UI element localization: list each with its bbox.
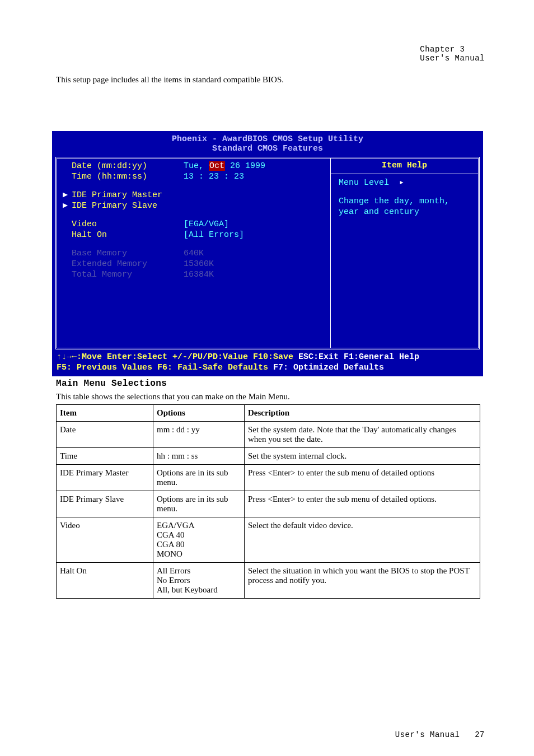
chapter-label: Chapter 3 xyxy=(420,45,485,54)
page-header: Chapter 3 User's Manual xyxy=(420,45,485,63)
date-label: Date (mm:dd:yy) xyxy=(72,161,184,171)
table-intro: This table shows the selections that you… xyxy=(56,392,290,402)
time-value[interactable]: 13 : 23 : 23 xyxy=(184,171,330,182)
bios-settings-panel: Date (mm:dd:yy) Tue, Oct 26 1999 Time (h… xyxy=(57,158,330,348)
base-memory-value: 640K xyxy=(184,248,330,259)
manual-label: User's Manual xyxy=(420,54,485,63)
submenu-arrow-icon: ▶ xyxy=(63,190,72,200)
video-value[interactable]: [EGA/VGA] xyxy=(184,219,330,230)
total-memory-label: Total Memory xyxy=(72,269,184,280)
table-header-row: Item Options Description xyxy=(57,405,480,422)
ide-primary-master[interactable]: IDE Primary Master xyxy=(72,190,184,200)
manual-label: User's Manual xyxy=(395,730,460,739)
item-help-panel: Item Help Menu Level ▸ Change the day, m… xyxy=(330,158,478,348)
submenu-arrow-icon: ▶ xyxy=(63,200,72,211)
halt-on-label: Halt On xyxy=(72,230,184,240)
base-memory-label: Base Memory xyxy=(72,248,184,259)
table-row: IDE Primary SlaveOptions are in its sub … xyxy=(57,491,480,517)
bios-screenshot: Phoenix - AwardBIOS CMOS Setup Utility S… xyxy=(52,131,483,376)
time-label: Time (hh:mm:ss) xyxy=(72,171,184,182)
total-memory-value: 16384K xyxy=(184,269,330,280)
table-row: Timehh : mm : ssSet the system internal … xyxy=(57,448,480,465)
menu-level: Menu Level ▸ xyxy=(339,178,470,188)
table-row: Halt OnAll Errors No Errors All, but Key… xyxy=(57,563,480,599)
triangle-icon: ▸ xyxy=(399,178,404,188)
page-number: 27 xyxy=(475,730,485,739)
bios-title: Phoenix - AwardBIOS CMOS Setup Utility S… xyxy=(52,131,483,153)
extended-memory-label: Extended Memory xyxy=(72,259,184,269)
extended-memory-value: 15360K xyxy=(184,259,330,269)
video-label: Video xyxy=(72,219,184,230)
table-row: VideoEGA/VGA CGA 40 CGA 80 MONOSelect th… xyxy=(57,517,480,563)
options-table: Item Options Description Datemm : dd : y… xyxy=(56,404,480,599)
section-heading: Main Menu Selections xyxy=(56,379,167,389)
page-footer: User's Manual 27 xyxy=(395,730,485,739)
ide-primary-slave[interactable]: IDE Primary Slave xyxy=(72,200,184,211)
intro-paragraph: This setup page includes all the items i… xyxy=(56,73,485,86)
halt-on-value[interactable]: [All Errors] xyxy=(184,230,330,240)
item-help-title: Item Help xyxy=(331,158,478,174)
bios-key-hints: ↑↓→←:Move Enter:Select +/-/PU/PD:Value F… xyxy=(52,349,483,376)
date-value[interactable]: Tue, Oct 26 1999 xyxy=(184,161,330,171)
help-text: Change the day, month, year and century xyxy=(339,196,470,217)
table-row: IDE Primary MasterOptions are in its sub… xyxy=(57,465,480,491)
table-row: Datemm : dd : yySet the system date. Not… xyxy=(57,422,480,448)
